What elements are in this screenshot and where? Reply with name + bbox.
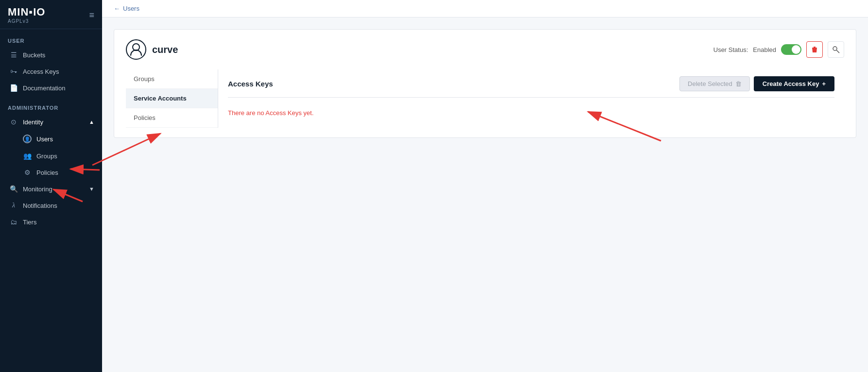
logo-sub: AGPLv3 [8, 18, 45, 24]
sidebar-item-label: Documentation [23, 85, 65, 92]
user-name: curve [152, 44, 178, 55]
sidebar-item-label: Buckets [23, 51, 45, 59]
identity-icon: ⊙ [9, 118, 18, 126]
logo-text: MIN▪IO [8, 7, 45, 17]
empty-message: There are no Access Keys yet. [228, 105, 834, 120]
sidebar-header: MIN▪IO AGPLv3 ≡ [0, 0, 102, 29]
status-label: User Status: [713, 46, 748, 53]
sidebar-item-groups[interactable]: 👥 Groups [0, 148, 102, 164]
action-buttons: Delete Selected 🗑 Create Access Key + [679, 76, 834, 91]
doc-icon: 📄 [9, 84, 18, 92]
policies-icon: ⚙ [23, 169, 32, 176]
topbar: ← Users [102, 0, 868, 17]
plus-icon: + [822, 80, 826, 87]
sidebar-item-label: Policies [36, 169, 58, 176]
chevron-up-icon: ▲ [89, 119, 94, 125]
sidebar-item-label: Access Keys [23, 68, 59, 75]
trash-icon: 🗑 [735, 80, 742, 87]
sidebar-item-label: Tiers [23, 219, 36, 226]
monitoring-icon: 🔍 [9, 185, 18, 193]
delete-user-button[interactable] [806, 41, 823, 58]
svg-point-0 [133, 44, 139, 51]
sidebar-item-monitoring[interactable]: 🔍 Monitoring ▼ [0, 181, 102, 197]
logo: MIN▪IO AGPLv3 [8, 7, 45, 24]
sidebar-item-identity[interactable]: ⊙ Identity ▲ [0, 114, 102, 130]
user-controls: User Status: Enabled [713, 41, 844, 58]
tab-content: Access Keys Delete Selected 🗑 Create Acc… [218, 69, 844, 128]
create-label: Create Access Key [763, 80, 819, 87]
sidebar-item-access-keys[interactable]: 🗝 Access Keys [0, 63, 102, 80]
sidebar-item-documentation[interactable]: 📄 Documentation [0, 80, 102, 96]
user-card-header: curve User Status: Enabled [126, 39, 844, 60]
chevron-down-icon: ▼ [89, 186, 94, 192]
avatar [126, 39, 146, 60]
status-toggle[interactable] [781, 44, 801, 55]
back-link[interactable]: ← Users [114, 5, 139, 12]
svg-line-2 [836, 50, 839, 53]
user-icon: 👤 [23, 135, 32, 143]
back-arrow: ← [114, 5, 120, 12]
buckets-icon: ☰ [9, 51, 18, 59]
tiers-icon: 🗂 [9, 218, 18, 226]
tab-groups[interactable]: Groups [126, 69, 218, 89]
sidebar-item-label: Users [36, 135, 53, 143]
user-card: curve User Status: Enabled [114, 29, 856, 138]
notifications-icon: λ [9, 202, 18, 209]
sidebar-item-label: Identity [23, 118, 43, 126]
sidebar-item-tiers[interactable]: 🗂 Tiers [0, 214, 102, 230]
hamburger-icon[interactable]: ≡ [89, 10, 94, 20]
tab-list: Groups Service Accounts Policies [126, 69, 218, 128]
tab-content-header: Access Keys Delete Selected 🗑 Create Acc… [228, 69, 834, 98]
groups-icon: 👥 [23, 152, 32, 160]
tab-content-title: Access Keys [228, 80, 273, 88]
delete-selected-button[interactable]: Delete Selected 🗑 [679, 76, 750, 91]
admin-section-label: Administrator [0, 96, 102, 114]
sidebar-item-buckets[interactable]: ☰ Buckets [0, 47, 102, 63]
status-value: Enabled [753, 46, 776, 53]
sidebar: MIN▪IO AGPLv3 ≡ User ☰ Buckets 🗝 Access … [0, 0, 102, 372]
create-access-key-button[interactable]: Create Access Key + [754, 76, 834, 91]
sidebar-item-label: Monitoring [23, 186, 52, 193]
delete-selected-label: Delete Selected [688, 80, 732, 87]
key-button[interactable] [828, 41, 844, 58]
sidebar-item-notifications[interactable]: λ Notifications [0, 197, 102, 214]
user-info: curve [126, 39, 178, 60]
user-section-label: User [0, 29, 102, 47]
sidebar-item-label: Notifications [23, 202, 57, 209]
svg-point-1 [833, 47, 837, 51]
tab-service-accounts[interactable]: Service Accounts [126, 89, 218, 108]
sidebar-item-label: Groups [36, 152, 57, 160]
sidebar-item-policies[interactable]: ⚙ Policies [0, 164, 102, 181]
back-label: Users [123, 5, 139, 12]
key-icon: 🗝 [9, 68, 18, 75]
sidebar-item-users[interactable]: 👤 Users [0, 130, 102, 148]
tab-policies[interactable]: Policies [126, 108, 218, 128]
main-content: ← Users curve User Status: [102, 0, 868, 372]
content-area: curve User Status: Enabled [102, 17, 868, 372]
card-tabs: Groups Service Accounts Policies Access … [126, 69, 844, 128]
